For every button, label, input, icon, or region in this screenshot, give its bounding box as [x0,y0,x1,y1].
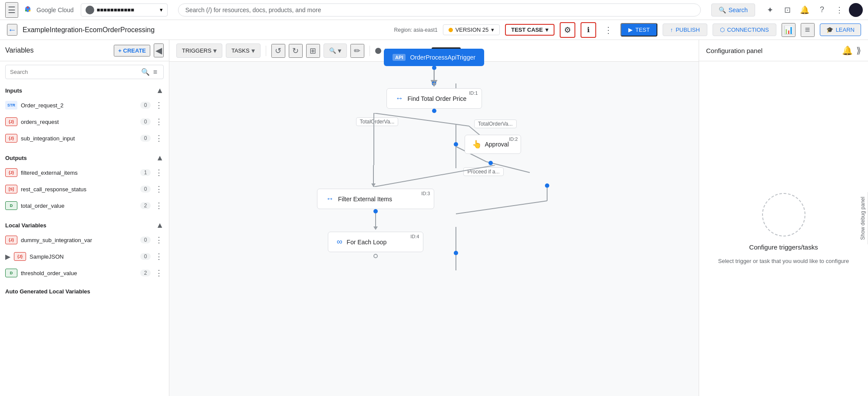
auto-generated-section-header[interactable]: Auto Generated Local Variables [0,285,169,296]
test-run-button[interactable]: ▶ TEST [620,23,657,37]
variable-menu-icon[interactable]: ⋮ [154,251,164,262]
variable-count: 2 [140,270,151,276]
expand-variable-icon[interactable]: ▶ [5,253,10,261]
search-bar-placeholder: Search (/) for resources, docs, products… [185,7,693,13]
variable-menu-icon[interactable]: ⋮ [154,116,164,127]
overflow-menu-button[interactable]: ≡ [801,23,815,37]
task4-id: ID:4 [410,234,419,239]
learn-button[interactable]: 🎓 LEARN [820,23,861,36]
task1-id: ID:1 [469,90,478,96]
second-toolbar: ← ExampleIntegration-EcomOrderProcessing… [0,20,868,40]
overflow-menu-icon: ≡ [805,25,810,35]
hamburger-menu-button[interactable]: ☰ [5,2,18,18]
type-badge-j: {J} [5,134,17,143]
variable-name: threshold_order_value [21,270,137,276]
outputs-section-title: Outputs [5,155,27,161]
type-badge-j: {J} [5,236,17,244]
more-vert-icon: ⋮ [604,25,613,35]
more-vert-button[interactable]: ⋮ [601,23,615,37]
settings-button[interactable]: ⚙ [560,22,575,38]
variable-menu-icon[interactable]: ⋮ [154,133,164,144]
test-case-label: TEST CASE [511,27,543,33]
inputs-section-header[interactable]: Inputs ▲ [0,83,169,97]
proceed-if-area: Proceed if a... [347,165,521,187]
config-bell-icon[interactable]: 🔔 [842,45,853,56]
config-expand-icon[interactable]: ⟫ [856,45,861,56]
config-panel-icons: 🔔 ⟫ [842,45,861,56]
inputs-section-toggle: ▲ [156,86,164,95]
help-button[interactable]: ? [814,2,830,18]
list-item: {J} filtered_external_items 1 ⋮ [0,164,169,181]
variable-search-field[interactable]: 🔍 ≡ [5,65,164,79]
local-variables-section-title: Local Variables [5,222,46,229]
test-play-icon: ▶ [628,27,633,33]
type-badge-d: D [5,269,17,277]
variable-name: total_order_value [21,203,137,209]
learn-icon: 🎓 [826,27,833,33]
type-badge-j: {J} [5,117,17,126]
variable-name: Order_request_2 [21,102,137,109]
svg-line-18 [373,113,469,126]
publish-icon: ↑ [670,27,673,33]
info-button[interactable]: ℹ [581,22,596,38]
project-selector[interactable]: ■■■■■■■■■■■ ▾ [81,3,168,17]
list-item: D threshold_order_value 2 ⋮ [0,265,169,281]
variable-count: 0 [140,186,151,193]
variable-count: 2 [140,202,151,209]
edge-line-1 [434,70,435,83]
find-total-order-price-node[interactable]: ID:1 ↔ Find Total Order Price [386,88,482,109]
show-debug-panel-button[interactable]: Show debug panel [858,192,868,244]
back-button[interactable]: ← [7,24,17,36]
edge-line-3 [375,213,376,226]
variable-count: 0 [140,135,151,142]
approval-node[interactable]: ID:2 👆 Approval [465,135,521,154]
svg-point-3 [25,10,27,11]
for-each-loop-node[interactable]: ID:4 ∞ For Each Loop [328,232,423,252]
user-avatar[interactable] [849,3,863,17]
variable-count: 0 [140,102,151,109]
outputs-section-header[interactable]: Outputs ▲ [0,150,169,164]
version-selector[interactable]: VERSION 25 ▾ [443,24,500,35]
arrow-1 [432,83,436,87]
filter-icon[interactable]: ≡ [153,68,157,76]
create-variable-button[interactable]: + CREATE [114,45,150,57]
variable-menu-icon[interactable]: ⋮ [154,183,164,195]
task2-id: ID:2 [509,136,518,142]
outputs-section-toggle: ▲ [156,153,164,163]
variable-menu-icon[interactable]: ⋮ [154,200,164,211]
sidebar-toolbar: Variables + CREATE ◀ [0,40,169,61]
task1-icon: ↔ [396,94,403,103]
project-selector-chevron: ▾ [160,7,163,13]
global-search-bar[interactable]: Search (/) for resources, docs, products… [178,3,701,17]
variable-menu-icon[interactable]: ⋮ [154,100,164,111]
more-options-button[interactable]: ⋮ [832,2,847,18]
apps-button[interactable]: ⊡ [779,2,795,18]
api-trigger-node[interactable]: API OrderProcessApiTrigger [384,49,484,66]
local-variables-section-header[interactable]: Local Variables ▲ [0,217,169,232]
version-status-dot [449,28,453,32]
variable-menu-icon[interactable]: ⋮ [154,267,164,279]
chart-button[interactable]: 📊 [782,23,795,37]
info-icon: ℹ [587,26,590,34]
project-name: ■■■■■■■■■■■ [97,7,157,13]
list-item: D total_order_value 2 ⋮ [0,197,169,214]
connections-button[interactable]: ⬡ CONNECTIONS [713,23,776,36]
list-item: {J} orders_request 0 ⋮ [0,113,169,130]
publish-button[interactable]: ↑ PUBLISH [663,23,707,36]
top-navigation: ☰ Google Cloud ■■■■■■■■■■■ ▾ Search (/) … [0,0,868,20]
notifications-button[interactable]: 🔔 [797,2,812,18]
variable-search-input[interactable] [10,69,138,75]
task1-name: Find Total Order Price [408,95,467,102]
google-cloud-text: Google Cloud [36,7,74,13]
flow-diagram-canvas[interactable]: API OrderProcessApiTrigger ID:1 ↔ Find T… [169,40,699,396]
search-button[interactable]: 🔍 Search [711,3,755,17]
version-label: VERSION 25 [455,27,489,33]
variable-menu-icon[interactable]: ⋮ [154,234,164,246]
variable-menu-icon[interactable]: ⋮ [154,167,164,178]
collapse-sidebar-button[interactable]: ◀ [154,43,164,57]
sparkle-button[interactable]: ✦ [762,2,778,18]
connections-icon: ⬡ [720,27,725,33]
list-item: ▶ {J} SampleJSON 0 ⋮ [0,248,169,265]
search-field-icon: 🔍 [141,68,150,76]
test-case-button[interactable]: TEST CASE ▾ [505,24,554,36]
